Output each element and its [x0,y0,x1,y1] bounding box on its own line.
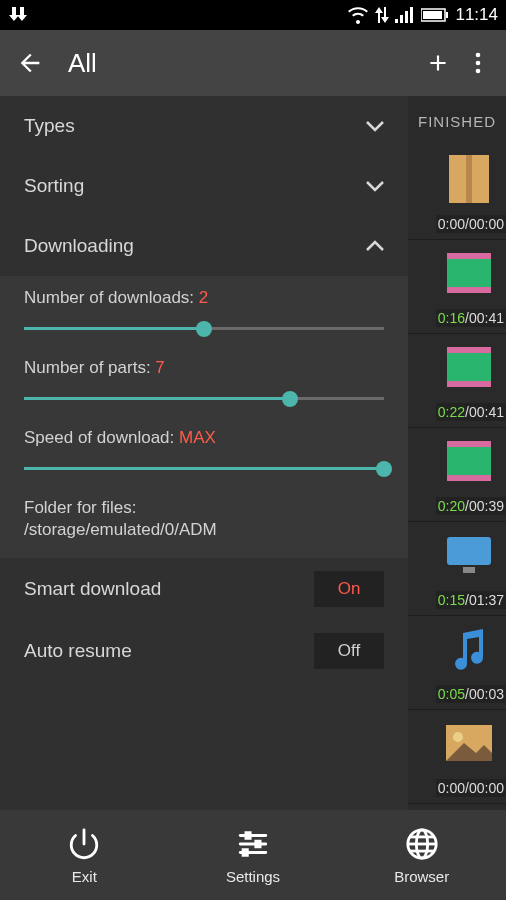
section-downloading-label: Downloading [24,235,134,257]
time-label: 0:16/00:41 [436,309,506,327]
video-icon [444,436,494,486]
auto-resume-toggle[interactable]: Off [314,633,384,669]
svg-rect-20 [447,475,491,481]
smart-download-toggle[interactable]: On [314,571,384,607]
svg-point-7 [476,53,481,58]
svg-rect-3 [410,7,413,23]
time-label: 0:00/00:00 [436,779,506,797]
speed-label: Speed of download: MAX [24,428,384,448]
folder-path[interactable]: /storage/emulated/0/ADM [24,520,384,540]
chevron-up-icon [366,240,384,252]
svg-rect-11 [466,155,472,203]
power-icon [66,826,102,862]
section-sorting[interactable]: Sorting [0,156,408,216]
data-arrows-icon [375,7,389,23]
signal-icon [395,7,415,23]
svg-point-9 [476,69,481,74]
nav-settings[interactable]: Settings [169,810,338,900]
monitor-icon [444,530,494,580]
time-label: 0:20/00:39 [436,497,506,515]
svg-rect-32 [246,832,250,838]
svg-rect-14 [447,287,491,293]
wifi-icon [347,6,369,24]
chevron-down-icon [366,120,384,132]
video-icon [444,342,494,392]
settings-panel: Types Sorting Downloading Number of down… [0,96,408,810]
svg-rect-21 [447,537,491,565]
auto-resume-row[interactable]: Auto resume Off [0,620,408,682]
num-parts-label: Number of parts: 7 [24,358,384,378]
page-title: All [68,48,418,79]
add-button[interactable] [418,43,458,83]
svg-rect-33 [256,841,260,847]
num-downloads-slider[interactable] [24,320,384,338]
time-label: 0:22/00:41 [436,403,506,421]
svg-rect-16 [447,347,491,353]
num-downloads-label: Number of downloads: 2 [24,288,384,308]
svg-rect-0 [395,19,398,23]
time-label: 0:00/00:00 [436,215,506,233]
globe-icon [404,826,440,862]
svg-point-24 [453,732,463,742]
sliders-icon [235,826,271,862]
battery-icon [421,8,449,22]
svg-rect-17 [447,381,491,387]
svg-rect-1 [400,15,403,23]
smart-download-label: Smart download [24,578,161,600]
status-bar: 11:14 [0,0,506,30]
section-types-label: Types [24,115,75,137]
svg-rect-6 [423,11,442,19]
speed-slider[interactable] [24,460,384,478]
bottom-nav: Exit Settings Browser [0,810,506,900]
time-label: 0:05/00:03 [436,685,506,703]
svg-rect-13 [447,253,491,259]
status-time: 11:14 [455,5,498,25]
section-types[interactable]: Types [0,96,408,156]
nav-browser-label: Browser [394,868,449,885]
zip-icon [444,154,494,204]
music-icon [444,624,494,674]
chevron-down-icon [366,180,384,192]
svg-rect-19 [447,441,491,447]
section-downloading[interactable]: Downloading [0,216,408,276]
svg-rect-34 [243,849,247,855]
nav-exit[interactable]: Exit [0,810,169,900]
svg-point-8 [476,61,481,66]
overflow-menu-button[interactable] [458,43,498,83]
nav-exit-label: Exit [72,868,97,885]
num-parts-slider[interactable] [24,390,384,408]
image-icon [444,718,494,768]
video-icon [444,248,494,298]
smart-download-row[interactable]: Smart download On [0,558,408,620]
svg-rect-22 [463,567,475,573]
nav-settings-label: Settings [226,868,280,885]
auto-resume-label: Auto resume [24,640,132,662]
svg-rect-2 [405,11,408,23]
back-button[interactable] [16,49,44,77]
section-sorting-label: Sorting [24,175,84,197]
nav-browser[interactable]: Browser [337,810,506,900]
toolbar: All [0,30,506,96]
download-arrows-icon [8,5,28,25]
folder-label: Folder for files: [24,498,384,518]
downloading-settings: Number of downloads: 2 Number of parts: … [0,276,408,558]
svg-rect-5 [446,12,448,18]
time-label: 0:15/01:37 [436,591,506,609]
